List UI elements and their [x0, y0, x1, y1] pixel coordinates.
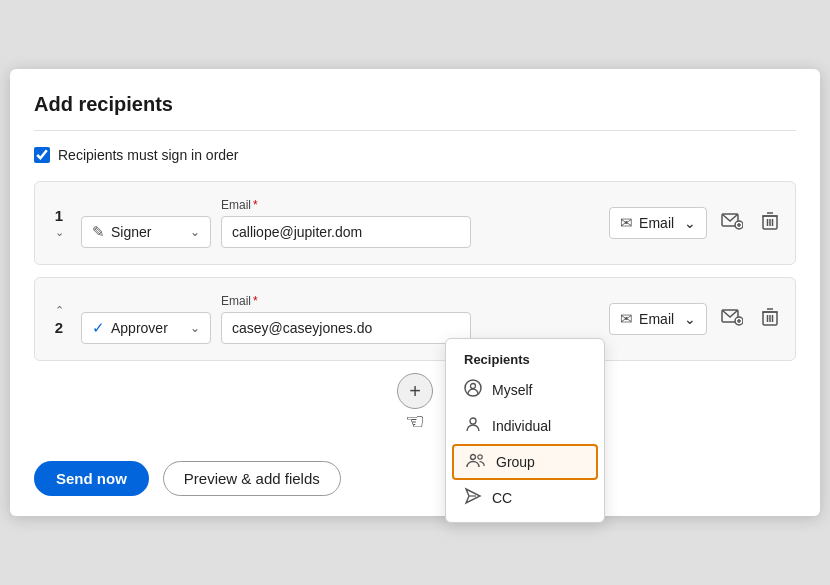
footer-row: Send now Preview & add fields [34, 461, 796, 496]
role-chevron-2: ⌄ [190, 321, 200, 335]
email-delivery-icon-2: ✉ [620, 310, 633, 328]
myself-label: Myself [492, 382, 532, 398]
role-field-invisible-2 [81, 294, 211, 308]
email-input-1[interactable] [221, 216, 471, 248]
role-select-2[interactable]: ✓ Approver ⌄ [81, 312, 211, 344]
delete-btn-1[interactable] [757, 207, 783, 240]
dropdown-title: Recipients [446, 345, 604, 372]
svg-point-23 [471, 455, 476, 460]
svg-point-24 [478, 455, 482, 459]
recipient-row-1: 1 ⌄ ✎ Signer ⌄ Email* ✉ Email ⌄ [34, 181, 796, 265]
cc-label: CC [492, 490, 512, 506]
email-group-2: Email* [221, 294, 471, 344]
delete-btn-2[interactable] [757, 303, 783, 336]
menu-item-myself[interactable]: Myself [446, 372, 604, 408]
add-recipient-wrap: + ☜ [34, 373, 796, 409]
role-chevron-1: ⌄ [190, 225, 200, 239]
add-field-btn-1[interactable] [717, 208, 747, 239]
delivery-label-2: Email [639, 311, 674, 327]
role-group-2: ✓ Approver ⌄ [81, 294, 211, 344]
sign-order-row[interactable]: Recipients must sign in order [34, 147, 796, 163]
role-label-2: Approver [111, 320, 168, 336]
email-input-2[interactable] [221, 312, 471, 344]
row-number-2: ⌃ 2 [47, 302, 71, 336]
menu-item-individual[interactable]: Individual [446, 408, 604, 444]
recipient-row-2: ⌃ 2 ✓ Approver ⌄ Email* ✉ Email ⌄ [34, 277, 796, 361]
delivery-chevron-2: ⌄ [680, 311, 696, 327]
individual-label: Individual [492, 418, 551, 434]
delivery-label-1: Email [639, 215, 674, 231]
add-field-btn-2[interactable] [717, 304, 747, 335]
delivery-chevron-1: ⌄ [680, 215, 696, 231]
menu-item-cc[interactable]: CC [446, 480, 604, 516]
row-number-1: 1 ⌄ [47, 207, 71, 239]
group-icon [466, 451, 486, 473]
add-recipients-modal: Add recipients Recipients must sign in o… [10, 69, 820, 516]
sign-order-checkbox[interactable] [34, 147, 50, 163]
modal-title: Add recipients [34, 93, 796, 116]
email-group-1: Email* [221, 198, 471, 248]
preview-button[interactable]: Preview & add fields [163, 461, 341, 496]
email-label-2: Email* [221, 294, 471, 308]
row-number-label-1: 1 [55, 207, 63, 224]
role-field-invisible [81, 198, 211, 212]
row-number-label-2: 2 [55, 319, 63, 336]
role-select-1[interactable]: ✎ Signer ⌄ [81, 216, 211, 248]
add-plus-icon: + [409, 381, 421, 401]
cc-icon [464, 487, 482, 509]
email-delivery-icon-1: ✉ [620, 214, 633, 232]
email-label-1: Email* [221, 198, 471, 212]
delivery-select-1[interactable]: ✉ Email ⌄ [609, 207, 707, 239]
recipients-dropdown: Recipients Myself [445, 338, 605, 523]
svg-point-21 [471, 384, 476, 389]
send-now-button[interactable]: Send now [34, 461, 149, 496]
group-label: Group [496, 454, 535, 470]
divider [34, 130, 796, 131]
row-expand-arrow-1[interactable]: ⌄ [55, 226, 64, 239]
sign-order-label: Recipients must sign in order [58, 147, 239, 163]
myself-icon [464, 379, 482, 401]
role-label-1: Signer [111, 224, 151, 240]
add-recipient-button[interactable]: + [397, 373, 433, 409]
row-up-arrow-2[interactable]: ⌃ [55, 304, 64, 317]
delivery-select-2[interactable]: ✉ Email ⌄ [609, 303, 707, 335]
role-group-1: ✎ Signer ⌄ [81, 198, 211, 248]
svg-point-22 [470, 418, 476, 424]
individual-icon [464, 415, 482, 437]
menu-item-group[interactable]: Group [452, 444, 598, 480]
signer-icon: ✎ [92, 223, 105, 241]
approver-icon: ✓ [92, 319, 105, 337]
